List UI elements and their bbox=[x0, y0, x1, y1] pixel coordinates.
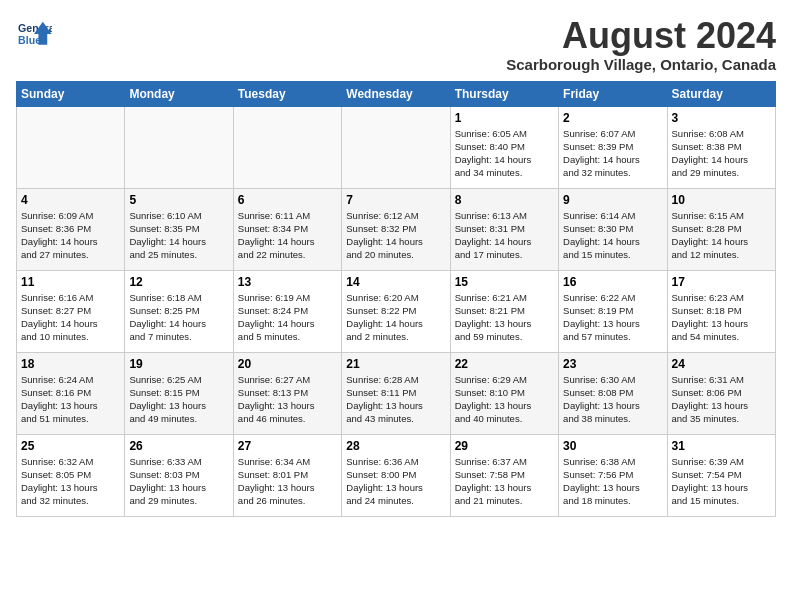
calendar-week-4: 18Sunrise: 6:24 AM Sunset: 8:16 PM Dayli… bbox=[17, 352, 776, 434]
day-content: Sunrise: 6:07 AM Sunset: 8:39 PM Dayligh… bbox=[563, 127, 662, 180]
calendar-cell: 16Sunrise: 6:22 AM Sunset: 8:19 PM Dayli… bbox=[559, 270, 667, 352]
day-number: 15 bbox=[455, 275, 554, 289]
day-content: Sunrise: 6:11 AM Sunset: 8:34 PM Dayligh… bbox=[238, 209, 337, 262]
day-content: Sunrise: 6:32 AM Sunset: 8:05 PM Dayligh… bbox=[21, 455, 120, 508]
calendar-cell: 4Sunrise: 6:09 AM Sunset: 8:36 PM Daylig… bbox=[17, 188, 125, 270]
calendar-cell: 12Sunrise: 6:18 AM Sunset: 8:25 PM Dayli… bbox=[125, 270, 233, 352]
calendar-cell bbox=[17, 106, 125, 188]
day-content: Sunrise: 6:18 AM Sunset: 8:25 PM Dayligh… bbox=[129, 291, 228, 344]
calendar-cell: 1Sunrise: 6:05 AM Sunset: 8:40 PM Daylig… bbox=[450, 106, 558, 188]
calendar-cell: 25Sunrise: 6:32 AM Sunset: 8:05 PM Dayli… bbox=[17, 434, 125, 516]
calendar-cell: 8Sunrise: 6:13 AM Sunset: 8:31 PM Daylig… bbox=[450, 188, 558, 270]
calendar-cell: 10Sunrise: 6:15 AM Sunset: 8:28 PM Dayli… bbox=[667, 188, 775, 270]
day-content: Sunrise: 6:31 AM Sunset: 8:06 PM Dayligh… bbox=[672, 373, 771, 426]
day-content: Sunrise: 6:33 AM Sunset: 8:03 PM Dayligh… bbox=[129, 455, 228, 508]
calendar-week-2: 4Sunrise: 6:09 AM Sunset: 8:36 PM Daylig… bbox=[17, 188, 776, 270]
calendar: Sunday Monday Tuesday Wednesday Thursday… bbox=[16, 81, 776, 517]
day-content: Sunrise: 6:12 AM Sunset: 8:32 PM Dayligh… bbox=[346, 209, 445, 262]
calendar-cell: 23Sunrise: 6:30 AM Sunset: 8:08 PM Dayli… bbox=[559, 352, 667, 434]
day-number: 3 bbox=[672, 111, 771, 125]
day-content: Sunrise: 6:30 AM Sunset: 8:08 PM Dayligh… bbox=[563, 373, 662, 426]
day-number: 6 bbox=[238, 193, 337, 207]
day-content: Sunrise: 6:14 AM Sunset: 8:30 PM Dayligh… bbox=[563, 209, 662, 262]
day-number: 24 bbox=[672, 357, 771, 371]
day-content: Sunrise: 6:05 AM Sunset: 8:40 PM Dayligh… bbox=[455, 127, 554, 180]
day-number: 2 bbox=[563, 111, 662, 125]
calendar-cell: 3Sunrise: 6:08 AM Sunset: 8:38 PM Daylig… bbox=[667, 106, 775, 188]
day-number: 29 bbox=[455, 439, 554, 453]
calendar-cell: 6Sunrise: 6:11 AM Sunset: 8:34 PM Daylig… bbox=[233, 188, 341, 270]
calendar-cell: 24Sunrise: 6:31 AM Sunset: 8:06 PM Dayli… bbox=[667, 352, 775, 434]
col-saturday: Saturday bbox=[667, 81, 775, 106]
calendar-cell: 5Sunrise: 6:10 AM Sunset: 8:35 PM Daylig… bbox=[125, 188, 233, 270]
calendar-cell: 13Sunrise: 6:19 AM Sunset: 8:24 PM Dayli… bbox=[233, 270, 341, 352]
day-number: 21 bbox=[346, 357, 445, 371]
main-title: August 2024 bbox=[506, 16, 776, 56]
calendar-cell: 7Sunrise: 6:12 AM Sunset: 8:32 PM Daylig… bbox=[342, 188, 450, 270]
calendar-week-5: 25Sunrise: 6:32 AM Sunset: 8:05 PM Dayli… bbox=[17, 434, 776, 516]
day-content: Sunrise: 6:19 AM Sunset: 8:24 PM Dayligh… bbox=[238, 291, 337, 344]
calendar-header-row: Sunday Monday Tuesday Wednesday Thursday… bbox=[17, 81, 776, 106]
calendar-week-1: 1Sunrise: 6:05 AM Sunset: 8:40 PM Daylig… bbox=[17, 106, 776, 188]
day-content: Sunrise: 6:24 AM Sunset: 8:16 PM Dayligh… bbox=[21, 373, 120, 426]
calendar-cell: 15Sunrise: 6:21 AM Sunset: 8:21 PM Dayli… bbox=[450, 270, 558, 352]
day-number: 25 bbox=[21, 439, 120, 453]
day-content: Sunrise: 6:25 AM Sunset: 8:15 PM Dayligh… bbox=[129, 373, 228, 426]
calendar-cell: 26Sunrise: 6:33 AM Sunset: 8:03 PM Dayli… bbox=[125, 434, 233, 516]
day-number: 20 bbox=[238, 357, 337, 371]
logo-icon: General Blue bbox=[16, 20, 52, 50]
header: General Blue August 2024 Scarborough Vil… bbox=[16, 16, 776, 73]
day-number: 30 bbox=[563, 439, 662, 453]
day-number: 31 bbox=[672, 439, 771, 453]
day-content: Sunrise: 6:37 AM Sunset: 7:58 PM Dayligh… bbox=[455, 455, 554, 508]
calendar-cell: 29Sunrise: 6:37 AM Sunset: 7:58 PM Dayli… bbox=[450, 434, 558, 516]
day-number: 8 bbox=[455, 193, 554, 207]
day-content: Sunrise: 6:20 AM Sunset: 8:22 PM Dayligh… bbox=[346, 291, 445, 344]
day-content: Sunrise: 6:08 AM Sunset: 8:38 PM Dayligh… bbox=[672, 127, 771, 180]
day-number: 14 bbox=[346, 275, 445, 289]
calendar-cell: 11Sunrise: 6:16 AM Sunset: 8:27 PM Dayli… bbox=[17, 270, 125, 352]
svg-text:Blue: Blue bbox=[18, 34, 41, 46]
day-number: 11 bbox=[21, 275, 120, 289]
day-content: Sunrise: 6:16 AM Sunset: 8:27 PM Dayligh… bbox=[21, 291, 120, 344]
day-content: Sunrise: 6:22 AM Sunset: 8:19 PM Dayligh… bbox=[563, 291, 662, 344]
col-thursday: Thursday bbox=[450, 81, 558, 106]
day-number: 19 bbox=[129, 357, 228, 371]
day-content: Sunrise: 6:21 AM Sunset: 8:21 PM Dayligh… bbox=[455, 291, 554, 344]
day-number: 18 bbox=[21, 357, 120, 371]
day-number: 5 bbox=[129, 193, 228, 207]
day-content: Sunrise: 6:38 AM Sunset: 7:56 PM Dayligh… bbox=[563, 455, 662, 508]
day-number: 28 bbox=[346, 439, 445, 453]
day-content: Sunrise: 6:23 AM Sunset: 8:18 PM Dayligh… bbox=[672, 291, 771, 344]
day-number: 26 bbox=[129, 439, 228, 453]
day-number: 9 bbox=[563, 193, 662, 207]
day-number: 1 bbox=[455, 111, 554, 125]
calendar-cell: 22Sunrise: 6:29 AM Sunset: 8:10 PM Dayli… bbox=[450, 352, 558, 434]
calendar-cell: 19Sunrise: 6:25 AM Sunset: 8:15 PM Dayli… bbox=[125, 352, 233, 434]
calendar-cell bbox=[342, 106, 450, 188]
calendar-cell bbox=[125, 106, 233, 188]
calendar-cell: 9Sunrise: 6:14 AM Sunset: 8:30 PM Daylig… bbox=[559, 188, 667, 270]
col-monday: Monday bbox=[125, 81, 233, 106]
day-content: Sunrise: 6:10 AM Sunset: 8:35 PM Dayligh… bbox=[129, 209, 228, 262]
calendar-cell: 21Sunrise: 6:28 AM Sunset: 8:11 PM Dayli… bbox=[342, 352, 450, 434]
day-number: 23 bbox=[563, 357, 662, 371]
title-area: August 2024 Scarborough Village, Ontario… bbox=[506, 16, 776, 73]
day-number: 4 bbox=[21, 193, 120, 207]
day-content: Sunrise: 6:13 AM Sunset: 8:31 PM Dayligh… bbox=[455, 209, 554, 262]
calendar-cell: 30Sunrise: 6:38 AM Sunset: 7:56 PM Dayli… bbox=[559, 434, 667, 516]
calendar-cell: 31Sunrise: 6:39 AM Sunset: 7:54 PM Dayli… bbox=[667, 434, 775, 516]
col-sunday: Sunday bbox=[17, 81, 125, 106]
day-number: 7 bbox=[346, 193, 445, 207]
col-tuesday: Tuesday bbox=[233, 81, 341, 106]
col-wednesday: Wednesday bbox=[342, 81, 450, 106]
day-content: Sunrise: 6:36 AM Sunset: 8:00 PM Dayligh… bbox=[346, 455, 445, 508]
calendar-cell: 18Sunrise: 6:24 AM Sunset: 8:16 PM Dayli… bbox=[17, 352, 125, 434]
day-content: Sunrise: 6:28 AM Sunset: 8:11 PM Dayligh… bbox=[346, 373, 445, 426]
day-content: Sunrise: 6:09 AM Sunset: 8:36 PM Dayligh… bbox=[21, 209, 120, 262]
calendar-cell: 20Sunrise: 6:27 AM Sunset: 8:13 PM Dayli… bbox=[233, 352, 341, 434]
calendar-week-3: 11Sunrise: 6:16 AM Sunset: 8:27 PM Dayli… bbox=[17, 270, 776, 352]
calendar-cell: 2Sunrise: 6:07 AM Sunset: 8:39 PM Daylig… bbox=[559, 106, 667, 188]
day-content: Sunrise: 6:39 AM Sunset: 7:54 PM Dayligh… bbox=[672, 455, 771, 508]
day-content: Sunrise: 6:34 AM Sunset: 8:01 PM Dayligh… bbox=[238, 455, 337, 508]
